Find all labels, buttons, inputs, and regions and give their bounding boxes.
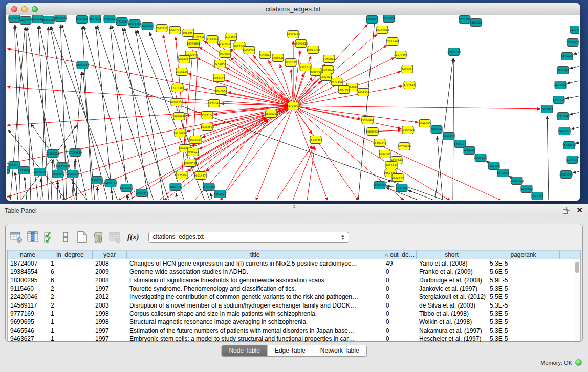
table-selector-combobox[interactable]: citations_edges.txt [148,232,349,243]
table-cell: Genome-wide association studies in ADHD. [127,268,383,275]
table-cell: 2 [48,302,93,309]
table-cell: 2008 [93,260,127,267]
column-header-title[interactable]: title [127,250,383,259]
status-bar: Memory: OK [540,359,582,366]
table-cell: 1997 [93,285,127,292]
splitter-handle[interactable] [291,205,297,208]
table-settings-icon[interactable] [10,230,23,244]
scrollbar-thumb[interactable] [575,262,579,273]
table-cell: Estimation of the future numbers of pati… [127,327,383,334]
table-cell: 5.3E-5 [487,327,560,334]
table-cell: 19384554 [8,268,48,275]
table-cell: 5.3E-5 [487,310,560,317]
app-root: citations_edges.txt 18724007183002951553… [0,0,588,372]
table-cell: 1 [48,327,93,334]
table-cell: 1997 [93,327,127,334]
table-cell: 0 [383,277,417,284]
column-header-pagerank[interactable]: pagerank [487,250,560,259]
table-cell: 6 [48,268,93,275]
table-cell: 0 [383,302,417,309]
table-row[interactable]: 1456911722003Disruption of a novel membe… [8,301,580,309]
table-cell: 5.5E-5 [487,293,560,300]
table-cell: 0 [383,327,417,334]
table-cell: 0 [383,318,417,325]
vertical-scrollbar[interactable] [574,259,580,341]
network-window-titlebar[interactable]: citations_edges.txt [6,3,580,15]
table-cell: 1997 [93,335,127,342]
table-cell: Dudbridge et al. (2008) [417,277,487,284]
network-window: citations_edges.txt [6,3,580,201]
table-selector-value: citations_edges.txt [153,233,204,240]
close-panel-icon[interactable]: ✕ [576,207,583,214]
delete-icon[interactable] [92,230,105,244]
column-header-in_degree[interactable]: in_degree [48,250,93,259]
table-cell: 49 [383,260,417,267]
table-cell: 9463627 [8,335,48,342]
table-cell: 22420046 [8,293,48,300]
table-cell: 1998 [93,310,127,317]
memory-status-indicator [575,359,582,366]
table-row[interactable]: 911546021997Tourette syndrome. Phenomeno… [8,285,580,293]
table-cell: 5.3E-5 [487,335,560,342]
table-cell: 18724007 [8,260,48,267]
table-cell: 0 [383,268,417,275]
table-cell: 0 [383,293,417,300]
table-row[interactable]: 946554611997Estimation of the future num… [8,326,580,334]
table-cell: Embryonic stem cells: a model to study s… [127,335,383,342]
table-row[interactable]: 1830029562008Estimation of significance … [8,276,580,285]
table-cell: 18300295 [8,277,48,284]
table-cell: Franke et al. (2009) [417,268,487,275]
table-cell: 1 [48,318,93,325]
table-cell: Tibbo et al. (1998) [417,310,487,317]
table-body: 1872400712008Changes of HCN gene express… [8,259,580,343]
sort-ascending-icon: △ [384,252,388,258]
table-cell: 2003 [93,302,127,309]
new-document-icon[interactable] [75,230,89,244]
table-cell: 0 [383,285,417,292]
table-toolbar: f(x) citations_edges.txt [6,224,582,250]
attribute-table: namein_degreeyeartitle△out_de…shortpager… [7,250,581,341]
network-canvas[interactable] [6,15,580,201]
table-header-row: namein_degreeyeartitle△out_de…shortpager… [8,250,580,259]
column-header-year[interactable]: year [93,250,127,259]
table-cell: 2008 [93,277,127,284]
table-cell: 1 [48,260,93,267]
table-cell: 5.9E-5 [487,277,560,284]
function-builder-icon[interactable]: f(x) [127,233,139,242]
table-row[interactable]: 946362711997Embryonic stem cells: a mode… [8,335,580,343]
table-row[interactable]: 1938455462009Genome-wide association stu… [8,268,580,276]
table-cell: 0 [383,335,417,342]
table-cell: 5.6E-5 [487,268,560,275]
table-row[interactable]: 2242004622012Investigating the contribut… [8,293,580,301]
table-cell: 5.3E-5 [487,260,560,267]
float-panel-icon[interactable] [563,207,570,214]
table-cell: Tourette syndrome. Phenomenology and cla… [127,285,383,292]
table-cell: 2012 [93,293,127,300]
stacked-squares-icon[interactable] [59,230,72,244]
table-cell: 9777169 [8,310,48,317]
table-row[interactable]: 977716911998Corpus callosum shape and si… [8,310,580,318]
column-header-out_de[interactable]: △out_de… [383,250,417,259]
import-table-icon [108,230,121,244]
show-column-icon[interactable] [26,230,39,244]
table-cell: 0 [383,310,417,317]
window-title: citations_edges.txt [6,5,580,13]
table-cell: Jankovic et al. (1997) [417,285,487,292]
tab-network-table[interactable]: Network Table [313,345,366,356]
table-cell: 14569117 [8,302,48,309]
tab-edge-table[interactable]: Edge Table [267,345,313,356]
table-cell: 9115460 [8,285,48,292]
table-cell: 2009 [93,268,127,275]
table-cell: Stergiakouli et al. (2012) [417,293,487,300]
table-cell: de Silva et al. (2003) [417,302,487,309]
table-cell: Structural magnetic resonance image aver… [127,318,383,325]
select-rows-icon[interactable] [42,230,56,244]
table-row[interactable]: 969969511998Structural magnetic resonanc… [8,318,580,326]
table-cell: 1 [48,335,93,342]
table-row[interactable]: 1872400712008Changes of HCN gene express… [8,259,580,268]
table-cell: 5.3E-5 [487,302,560,309]
tab-node-table[interactable]: Node Table [222,345,267,356]
table-panel-header: Table Panel ✕ [0,204,588,217]
column-header-name[interactable]: name [8,250,48,259]
column-header-short[interactable]: short [417,250,487,259]
